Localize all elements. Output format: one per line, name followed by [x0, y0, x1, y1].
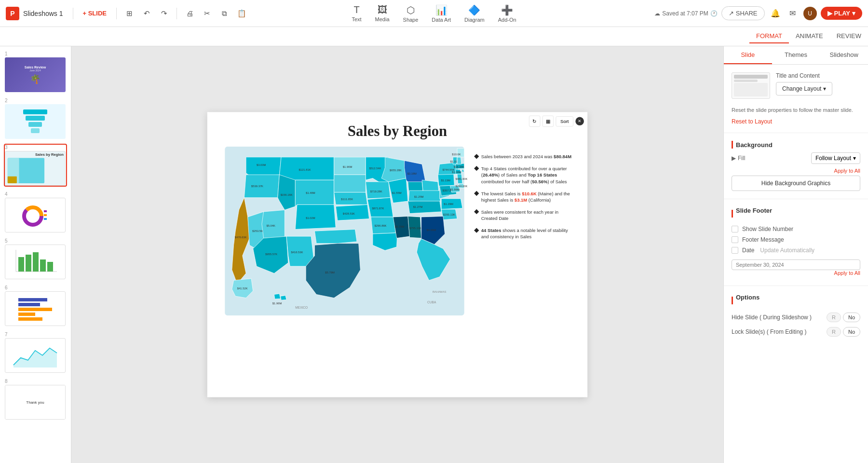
- map-thumb: Sales by Region: [5, 151, 65, 186]
- state-wi[interactable]: [381, 157, 406, 182]
- svg-text:BAHAMAS: BAHAMAS: [433, 290, 447, 293]
- state-de[interactable]: [459, 184, 464, 188]
- paste-button[interactable]: 📋: [235, 7, 248, 20]
- state-ia[interactable]: [366, 182, 390, 199]
- state-ok[interactable]: [314, 229, 357, 243]
- media-tool[interactable]: 🖼 Media: [369, 2, 395, 24]
- top-right-controls: ☁ Saved at 7:07 PM 🕐 ↗ SHARE 🔔 ✉ U ▶ PLA…: [654, 6, 862, 20]
- show-slide-number-checkbox[interactable]: [732, 226, 738, 232]
- reset-to-layout-link[interactable]: Reset to Layout: [732, 118, 772, 125]
- message-button[interactable]: ✉: [786, 7, 800, 20]
- user-avatar[interactable]: U: [803, 7, 817, 20]
- state-mt[interactable]: [279, 157, 334, 180]
- tab-themes[interactable]: Themes: [772, 46, 820, 64]
- change-layout-button[interactable]: Change Layout ▾: [776, 82, 832, 95]
- state-ks[interactable]: [336, 204, 369, 220]
- sort-button[interactable]: Sort: [556, 116, 573, 126]
- svg-rect-22: [18, 308, 52, 311]
- map-legend: Sales between 2023 and 2024 was $80.84M …: [475, 147, 573, 246]
- slide-thumb-6[interactable]: 6: [4, 284, 67, 327]
- state-nh[interactable]: [457, 157, 461, 164]
- tab-animate[interactable]: ANIMATE: [789, 29, 830, 43]
- state-tn[interactable]: [408, 200, 441, 214]
- state-ar[interactable]: [371, 217, 395, 234]
- addon-tool[interactable]: ➕ Add-On: [492, 2, 522, 25]
- state-nd[interactable]: [334, 157, 366, 175]
- dataart-tool[interactable]: 📊 Data Art: [426, 2, 457, 25]
- state-nc[interactable]: [441, 199, 462, 209]
- apply-all-link[interactable]: Apply to All: [732, 168, 860, 174]
- canvas-area: Sales by Region ↻ ▦ Sort ✕: [71, 46, 723, 463]
- state-nj[interactable]: [457, 174, 462, 184]
- fill-label: ▶ Fill: [732, 155, 745, 162]
- tab-review[interactable]: REVIEW: [830, 29, 868, 43]
- state-mo[interactable]: [367, 198, 393, 217]
- slide-thumb-1[interactable]: 1 Sales Review June 2024 🌴: [4, 50, 67, 93]
- hide-slide-toggle-r[interactable]: R: [827, 313, 841, 322]
- text-tool[interactable]: T Text: [346, 2, 367, 24]
- slide-thumb-8[interactable]: 8 Thank you: [4, 378, 67, 421]
- slide-title: Sales by Region: [214, 123, 580, 139]
- legend-item-2: Top 4 States contributed for over a quar…: [475, 165, 573, 185]
- date-checkbox[interactable]: [732, 247, 738, 254]
- share-button[interactable]: ↗ SHARE: [721, 6, 765, 20]
- slide-thumb-5[interactable]: 5: [4, 237, 67, 280]
- state-co[interactable]: [295, 204, 336, 229]
- undo-button[interactable]: ↶: [140, 7, 153, 20]
- legend-item-1: Sales between 2023 and 2024 was $80.84M: [475, 153, 573, 160]
- state-pa[interactable]: [438, 174, 454, 186]
- svg-rect-21: [18, 303, 40, 306]
- state-ri[interactable]: [461, 169, 464, 172]
- state-hi[interactable]: [274, 294, 281, 299]
- apply-all-footer-link[interactable]: Apply to All: [732, 270, 860, 276]
- state-or[interactable]: [244, 175, 279, 197]
- footer-message-checkbox[interactable]: [732, 236, 738, 243]
- state-ky[interactable]: [408, 191, 440, 201]
- refresh-button[interactable]: ↻: [529, 116, 540, 127]
- state-vt[interactable]: [453, 157, 457, 164]
- cut-button[interactable]: ✂: [200, 7, 214, 20]
- slide-thumb-7[interactable]: 7: [4, 331, 67, 374]
- slide-thumb-4[interactable]: 4: [4, 191, 67, 233]
- shape-tool[interactable]: ⬡ Shape: [397, 2, 424, 25]
- tab-slide[interactable]: Slide: [724, 46, 772, 64]
- redo-button[interactable]: ↷: [157, 7, 171, 20]
- slide-canvas: Sales by Region ↻ ▦ Sort ✕: [207, 112, 587, 397]
- tab-format[interactable]: FORMAT: [749, 29, 789, 43]
- state-sc[interactable]: [441, 209, 457, 220]
- slide-thumb-3[interactable]: 3 Sales by Region: [4, 144, 67, 187]
- add-slide-button[interactable]: + SLIDE: [79, 7, 111, 20]
- close-toolbar-button[interactable]: ✕: [575, 117, 584, 126]
- notification-bell[interactable]: 🔔: [769, 7, 782, 20]
- fill-dropdown[interactable]: Follow Layout ▾: [811, 152, 860, 164]
- copy-button[interactable]: ⧉: [217, 7, 231, 20]
- lock-slide-toggle-r[interactable]: R: [827, 327, 841, 337]
- state-wy[interactable]: [295, 180, 334, 206]
- options-section: Options Hide Slide ( During Slideshow ) …: [724, 286, 868, 349]
- state-md[interactable]: [450, 186, 460, 192]
- state-ut[interactable]: [262, 210, 285, 238]
- diagram-tool[interactable]: 🔷 Diagram: [459, 2, 490, 25]
- options-accent-bar: [732, 297, 733, 304]
- footer-accent-bar: [732, 210, 733, 218]
- reset-description: Reset the slide properties to follow the…: [732, 107, 860, 114]
- svg-rect-12: [44, 218, 47, 220]
- tab-slideshow[interactable]: Slideshow: [820, 46, 868, 64]
- chart-type-button[interactable]: ▦: [542, 116, 554, 127]
- hide-background-button[interactable]: Hide Background Graphics: [732, 176, 860, 191]
- state-al[interactable]: [408, 216, 421, 238]
- svg-rect-15: [18, 257, 24, 272]
- hide-slide-toggle-no[interactable]: No: [843, 313, 860, 322]
- state-ne[interactable]: [334, 192, 367, 205]
- date-input[interactable]: [732, 259, 860, 270]
- view-toggle-button[interactable]: ⊞: [122, 7, 136, 20]
- slide-thumb-2[interactable]: 2: [4, 97, 67, 140]
- play-button[interactable]: ▶ PLAY ▾: [821, 7, 862, 20]
- state-sd[interactable]: [334, 175, 366, 192]
- state-me[interactable]: [457, 149, 464, 157]
- lock-slide-toggle-no[interactable]: No: [843, 327, 860, 337]
- background-section: Background ▶ Fill Follow Layout ▾ Apply …: [724, 133, 868, 199]
- print-button[interactable]: 🖨: [183, 7, 196, 20]
- svg-rect-3: [31, 128, 40, 133]
- show-slide-number-label: Show Slide Number: [742, 226, 793, 232]
